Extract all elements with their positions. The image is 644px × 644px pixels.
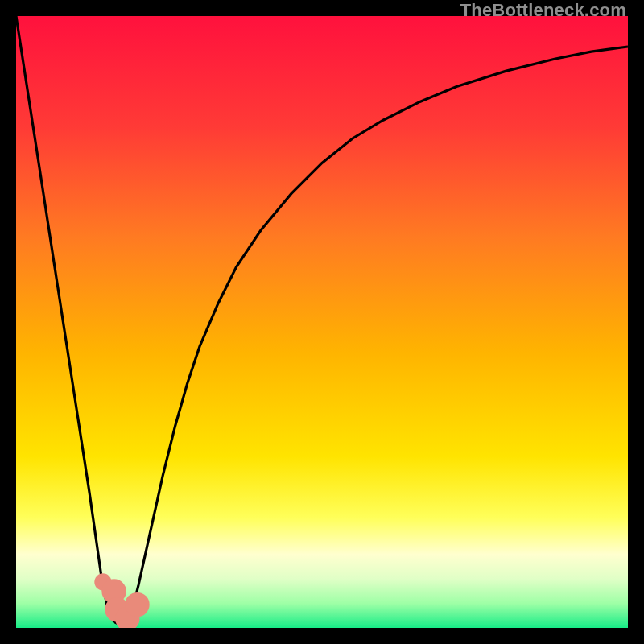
watermark-text: TheBottleneck.com [460,0,626,21]
chart-svg [16,16,628,628]
chart-frame [16,16,628,628]
j-blob-end [125,592,149,617]
gradient-background [16,16,628,628]
